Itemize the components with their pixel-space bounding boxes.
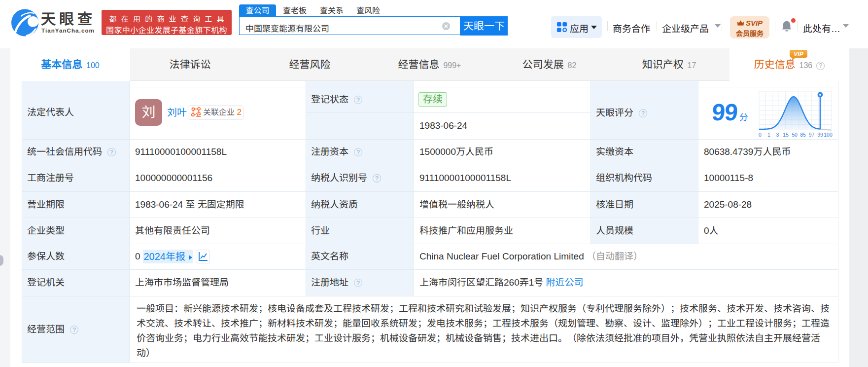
svg-text:VIP: VIP xyxy=(794,51,803,58)
svg-text:97: 97 xyxy=(809,132,815,138)
svg-text:100: 100 xyxy=(824,132,833,138)
svg-text:3: 3 xyxy=(776,132,779,138)
svg-text:99: 99 xyxy=(817,132,823,138)
svg-text:0: 0 xyxy=(759,132,762,138)
svg-text:50: 50 xyxy=(792,132,798,138)
svg-text:企: 企 xyxy=(196,111,201,117)
svg-text:15: 15 xyxy=(783,132,789,138)
svg-text:1: 1 xyxy=(767,132,770,138)
svg-text:85: 85 xyxy=(800,132,806,138)
